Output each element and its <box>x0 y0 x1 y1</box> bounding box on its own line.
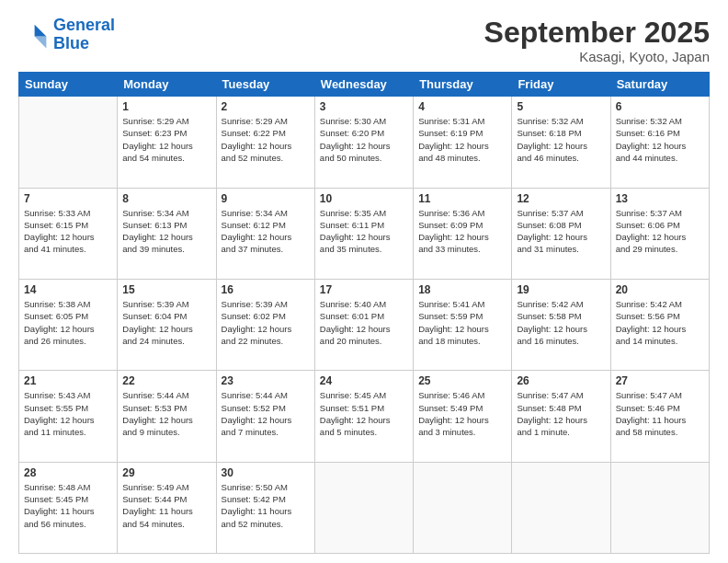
calendar-cell: 15Sunrise: 5:39 AMSunset: 6:04 PMDayligh… <box>118 279 216 370</box>
weekday-header-sunday: Sunday <box>19 73 118 97</box>
day-info: Sunrise: 5:29 AMSunset: 6:23 PMDaylight:… <box>122 115 210 164</box>
calendar-cell: 18Sunrise: 5:41 AMSunset: 5:59 PMDayligh… <box>414 279 512 370</box>
day-info: Sunrise: 5:41 AMSunset: 5:59 PMDaylight:… <box>418 298 506 347</box>
calendar-cell: 19Sunrise: 5:42 AMSunset: 5:58 PMDayligh… <box>512 279 610 370</box>
week-row-1: 7Sunrise: 5:33 AMSunset: 6:15 PMDaylight… <box>19 188 710 279</box>
svg-marker-1 <box>35 36 47 48</box>
day-number: 19 <box>517 283 605 296</box>
week-row-3: 21Sunrise: 5:43 AMSunset: 5:55 PMDayligh… <box>19 371 710 462</box>
day-number: 17 <box>320 283 408 296</box>
day-number: 20 <box>616 283 704 296</box>
day-info: Sunrise: 5:40 AMSunset: 6:01 PMDaylight:… <box>320 298 408 347</box>
svg-marker-0 <box>35 25 47 37</box>
day-number: 8 <box>122 192 210 205</box>
calendar-table: SundayMondayTuesdayWednesdayThursdayFrid… <box>18 72 710 554</box>
day-number: 2 <box>222 100 310 113</box>
day-number: 23 <box>222 374 310 387</box>
day-info: Sunrise: 5:46 AMSunset: 5:49 PMDaylight:… <box>418 389 506 438</box>
day-info: Sunrise: 5:45 AMSunset: 5:51 PMDaylight:… <box>320 389 408 438</box>
calendar-cell: 22Sunrise: 5:44 AMSunset: 5:53 PMDayligh… <box>118 371 216 462</box>
logo-icon <box>18 20 48 50</box>
calendar-cell: 21Sunrise: 5:43 AMSunset: 5:55 PMDayligh… <box>19 371 118 462</box>
day-info: Sunrise: 5:36 AMSunset: 6:09 PMDaylight:… <box>418 207 506 256</box>
day-number: 30 <box>222 466 310 479</box>
weekday-header-row: SundayMondayTuesdayWednesdayThursdayFrid… <box>19 73 710 97</box>
calendar-cell: 3Sunrise: 5:30 AMSunset: 6:20 PMDaylight… <box>314 97 413 188</box>
day-number: 1 <box>122 100 210 113</box>
day-info: Sunrise: 5:32 AMSunset: 6:16 PMDaylight:… <box>616 115 704 164</box>
day-info: Sunrise: 5:32 AMSunset: 6:18 PMDaylight:… <box>517 115 605 164</box>
calendar-cell: 5Sunrise: 5:32 AMSunset: 6:18 PMDaylight… <box>512 97 610 188</box>
weekday-header-tuesday: Tuesday <box>216 73 314 97</box>
calendar-cell: 25Sunrise: 5:46 AMSunset: 5:49 PMDayligh… <box>414 371 512 462</box>
day-info: Sunrise: 5:34 AMSunset: 6:12 PMDaylight:… <box>222 207 310 256</box>
day-info: Sunrise: 5:37 AMSunset: 6:06 PMDaylight:… <box>616 207 704 256</box>
calendar-cell: 23Sunrise: 5:44 AMSunset: 5:52 PMDayligh… <box>216 371 314 462</box>
day-number: 16 <box>222 283 310 296</box>
calendar-cell: 13Sunrise: 5:37 AMSunset: 6:06 PMDayligh… <box>610 188 709 279</box>
day-info: Sunrise: 5:35 AMSunset: 6:11 PMDaylight:… <box>320 207 408 256</box>
calendar-cell: 8Sunrise: 5:34 AMSunset: 6:13 PMDaylight… <box>118 188 216 279</box>
day-info: Sunrise: 5:48 AMSunset: 5:45 PMDaylight:… <box>24 481 112 530</box>
day-number: 24 <box>320 374 408 387</box>
day-number: 29 <box>122 466 210 479</box>
day-info: Sunrise: 5:29 AMSunset: 6:22 PMDaylight:… <box>222 115 310 164</box>
day-number: 22 <box>122 374 210 387</box>
day-number: 14 <box>24 283 112 296</box>
calendar-cell: 7Sunrise: 5:33 AMSunset: 6:15 PMDaylight… <box>19 188 118 279</box>
calendar-cell: 14Sunrise: 5:38 AMSunset: 6:05 PMDayligh… <box>19 279 118 370</box>
weekday-header-wednesday: Wednesday <box>314 73 413 97</box>
day-info: Sunrise: 5:42 AMSunset: 5:58 PMDaylight:… <box>517 298 605 347</box>
weekday-header-friday: Friday <box>512 73 610 97</box>
calendar-cell <box>414 462 512 553</box>
day-number: 12 <box>517 192 605 205</box>
calendar-cell: 1Sunrise: 5:29 AMSunset: 6:23 PMDaylight… <box>118 97 216 188</box>
calendar-cell: 9Sunrise: 5:34 AMSunset: 6:12 PMDaylight… <box>216 188 314 279</box>
day-info: Sunrise: 5:30 AMSunset: 6:20 PMDaylight:… <box>320 115 408 164</box>
calendar-cell: 11Sunrise: 5:36 AMSunset: 6:09 PMDayligh… <box>414 188 512 279</box>
day-info: Sunrise: 5:39 AMSunset: 6:04 PMDaylight:… <box>122 298 210 347</box>
calendar-cell <box>512 462 610 553</box>
day-number: 11 <box>418 192 506 205</box>
day-number: 9 <box>222 192 310 205</box>
title-block: September 2025 Kasagi, Kyoto, Japan <box>484 17 710 64</box>
calendar-cell: 20Sunrise: 5:42 AMSunset: 5:56 PMDayligh… <box>610 279 709 370</box>
logo-line1: General <box>53 16 115 34</box>
week-row-0: 1Sunrise: 5:29 AMSunset: 6:23 PMDaylight… <box>19 97 710 188</box>
day-number: 10 <box>320 192 408 205</box>
day-number: 15 <box>122 283 210 296</box>
day-number: 25 <box>418 374 506 387</box>
week-row-4: 28Sunrise: 5:48 AMSunset: 5:45 PMDayligh… <box>19 462 710 553</box>
day-number: 27 <box>616 374 704 387</box>
day-info: Sunrise: 5:47 AMSunset: 5:48 PMDaylight:… <box>517 389 605 438</box>
calendar-subtitle: Kasagi, Kyoto, Japan <box>484 49 710 64</box>
calendar-cell: 6Sunrise: 5:32 AMSunset: 6:16 PMDaylight… <box>610 97 709 188</box>
logo-line2: Blue <box>53 34 89 52</box>
day-number: 5 <box>517 100 605 113</box>
calendar-cell: 30Sunrise: 5:50 AMSunset: 5:42 PMDayligh… <box>216 462 314 553</box>
day-number: 3 <box>320 100 408 113</box>
day-info: Sunrise: 5:47 AMSunset: 5:46 PMDaylight:… <box>616 389 704 438</box>
day-number: 13 <box>616 192 704 205</box>
weekday-header-saturday: Saturday <box>610 73 709 97</box>
calendar-cell <box>314 462 413 553</box>
calendar-cell: 28Sunrise: 5:48 AMSunset: 5:45 PMDayligh… <box>19 462 118 553</box>
day-info: Sunrise: 5:44 AMSunset: 5:53 PMDaylight:… <box>122 389 210 438</box>
calendar-cell: 10Sunrise: 5:35 AMSunset: 6:11 PMDayligh… <box>314 188 413 279</box>
day-info: Sunrise: 5:44 AMSunset: 5:52 PMDaylight:… <box>222 389 310 438</box>
calendar-title: September 2025 <box>484 17 710 49</box>
day-info: Sunrise: 5:38 AMSunset: 6:05 PMDaylight:… <box>24 298 112 347</box>
day-info: Sunrise: 5:49 AMSunset: 5:44 PMDaylight:… <box>122 481 210 530</box>
calendar-cell: 4Sunrise: 5:31 AMSunset: 6:19 PMDaylight… <box>414 97 512 188</box>
calendar-cell: 26Sunrise: 5:47 AMSunset: 5:48 PMDayligh… <box>512 371 610 462</box>
weekday-header-thursday: Thursday <box>414 73 512 97</box>
day-info: Sunrise: 5:39 AMSunset: 6:02 PMDaylight:… <box>222 298 310 347</box>
header: General Blue September 2025 Kasagi, Kyot… <box>18 17 710 64</box>
day-number: 4 <box>418 100 506 113</box>
day-number: 28 <box>24 466 112 479</box>
calendar-cell: 12Sunrise: 5:37 AMSunset: 6:08 PMDayligh… <box>512 188 610 279</box>
calendar-cell <box>19 97 118 188</box>
day-info: Sunrise: 5:33 AMSunset: 6:15 PMDaylight:… <box>24 207 112 256</box>
day-info: Sunrise: 5:42 AMSunset: 5:56 PMDaylight:… <box>616 298 704 347</box>
calendar-cell: 16Sunrise: 5:39 AMSunset: 6:02 PMDayligh… <box>216 279 314 370</box>
